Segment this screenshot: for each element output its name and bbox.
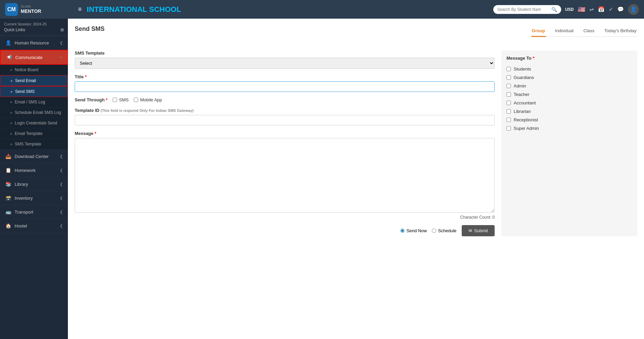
- sidebar-item-label: Transport: [15, 210, 56, 215]
- sidebar-item-communicate[interactable]: 📢 Communicate ∨: [0, 50, 68, 65]
- message-textarea[interactable]: [75, 138, 495, 213]
- logo-class: CLASS: [21, 5, 41, 8]
- check-icon[interactable]: ✓: [609, 6, 613, 13]
- template-id-label: Template ID (This field is reqiured Only…: [75, 108, 495, 113]
- checkbox-teacher[interactable]: [507, 92, 511, 97]
- char-count: Character Count: 0: [75, 215, 495, 220]
- tabs-col: Group Individual Class Today's Birthday: [531, 25, 637, 44]
- chevron-icon: ❮: [60, 41, 63, 45]
- sidebar-subitem-email-sms-log[interactable]: » Email / SMS Log: [0, 97, 68, 107]
- send-now-option[interactable]: Send Now: [400, 228, 427, 233]
- required-marker-msg-to: *: [533, 56, 534, 61]
- list-item-receptionist: Receptionist: [507, 116, 632, 124]
- title-input[interactable]: [75, 81, 495, 92]
- checkbox-students[interactable]: [507, 67, 511, 71]
- checkbox-super-admin[interactable]: [507, 126, 511, 131]
- arrow-icon: »: [11, 79, 13, 83]
- sidebar-subitem-send-sms[interactable]: » Send SMS: [0, 86, 68, 97]
- sidebar-subitem-email-template[interactable]: » Email Template: [0, 128, 68, 139]
- bottom-row: Send Now Schedule ✉ Submit: [75, 225, 495, 236]
- mobile-app-checkbox-label[interactable]: Mobile App: [134, 97, 162, 102]
- recipient-label: Admin: [514, 83, 526, 88]
- template-id-input[interactable]: [75, 115, 495, 125]
- sidebar-item-hostel[interactable]: 🏠 Hostel ❮: [0, 219, 68, 233]
- sms-checkbox-label[interactable]: SMS: [113, 97, 129, 102]
- currency-badge: USD: [565, 7, 574, 12]
- transport-icon: 🚌: [5, 209, 11, 215]
- send-through-label: Send Through *: [75, 97, 108, 102]
- arrow-icon: »: [10, 121, 12, 125]
- chevron-icon: ❮: [60, 168, 63, 173]
- checkbox-receptionist[interactable]: [507, 118, 511, 122]
- sidebar-item-library[interactable]: 📚 Library ❮: [0, 177, 68, 191]
- download-center-icon: 📥: [5, 154, 11, 159]
- checkbox-librarian[interactable]: [507, 109, 511, 114]
- sidebar-subitem-sms-template[interactable]: » SMS Template: [0, 139, 68, 149]
- checkbox-accountant[interactable]: [507, 101, 511, 105]
- submit-icon: ✉: [468, 228, 472, 233]
- search-box: 🔍: [493, 5, 561, 14]
- session-text: Current Session: 2024-25: [4, 22, 64, 26]
- logo-letters: CM: [7, 6, 16, 13]
- list-item-students: Students: [507, 65, 632, 73]
- sidebar-item-label: Download Center: [15, 154, 56, 159]
- sidebar-item-label: Hostel: [15, 223, 56, 228]
- avatar[interactable]: 👤: [628, 4, 639, 15]
- hamburger-button[interactable]: ≡: [78, 6, 82, 13]
- sms-checkbox[interactable]: [113, 98, 117, 102]
- schedule-option[interactable]: Schedule: [432, 228, 456, 233]
- sidebar-subitem-send-email[interactable]: » Send Email: [0, 75, 68, 86]
- sms-template-label: SMS Template: [75, 51, 495, 56]
- mobile-app-checkbox[interactable]: [134, 98, 138, 102]
- arrow-icon: »: [10, 132, 12, 136]
- checkbox-admin[interactable]: [507, 84, 511, 88]
- logo-area: CM CLASS MENTOR: [5, 3, 73, 16]
- communicate-icon: 📢: [6, 55, 12, 60]
- search-icon[interactable]: 🔍: [551, 7, 557, 12]
- tab-individual[interactable]: Individual: [554, 25, 574, 37]
- sidebar-subitem-login-credentials-send[interactable]: » Login Credentials Send: [0, 118, 68, 128]
- checkbox-guardians[interactable]: [507, 75, 511, 80]
- transfer-icon[interactable]: ⇌: [589, 6, 594, 13]
- sidebar-item-label: Human Resource: [15, 40, 56, 45]
- whatsapp-icon[interactable]: 💬: [617, 6, 624, 13]
- sms-template-select[interactable]: Select: [75, 58, 495, 69]
- sidebar-item-download-center[interactable]: 📥 Download Center ❮: [0, 149, 68, 163]
- calendar-icon[interactable]: 📅: [598, 6, 605, 13]
- recipient-label: Accountant: [514, 100, 536, 105]
- search-input[interactable]: [497, 7, 549, 12]
- tab-group[interactable]: Group: [531, 25, 546, 37]
- sidebar-subitem-notice-board[interactable]: » Notice Board: [0, 65, 68, 75]
- required-marker: *: [85, 74, 87, 79]
- schedule-radio[interactable]: [432, 228, 436, 233]
- message-label: Message *: [75, 131, 495, 136]
- logo-text: CLASS MENTOR: [21, 5, 41, 14]
- chevron-icon: ❮: [60, 210, 63, 214]
- send-through-row: Send Through * SMS Mobile App: [75, 97, 495, 102]
- top-header: CM CLASS MENTOR ≡ INTERNATIONAL SCHOOL 🔍…: [0, 0, 644, 19]
- submit-button[interactable]: ✉ Submit: [462, 225, 495, 236]
- tab-class[interactable]: Class: [583, 25, 595, 37]
- title-label: Title *: [75, 74, 495, 79]
- quick-links[interactable]: Quick Links ⊞: [4, 27, 64, 32]
- main-layout: Current Session: 2024-25 Quick Links ⊞ 👤…: [0, 19, 644, 339]
- arrow-icon: »: [10, 142, 12, 146]
- title-col: Send SMS: [75, 25, 105, 39]
- message-to-list: Students Guardians Admin Teacher: [507, 65, 632, 133]
- form-group-template-id: Template ID (This field is reqiured Only…: [75, 108, 495, 125]
- sidebar-item-label: Communicate: [15, 55, 56, 60]
- tab-todays-birthday[interactable]: Today's Birthday: [604, 25, 637, 37]
- message-to-title: Message To *: [507, 56, 632, 61]
- sidebar-item-human-resource[interactable]: 👤 Human Resource ❮: [0, 36, 68, 50]
- sidebar-item-inventory[interactable]: 🗃️ Inventory ❮: [0, 191, 68, 205]
- form-group-title: Title *: [75, 74, 495, 92]
- arrow-icon: »: [10, 111, 12, 115]
- sidebar-item-transport[interactable]: 🚌 Transport ❮: [0, 205, 68, 219]
- left-col: SMS Template Select Title *: [75, 51, 495, 236]
- list-item-accountant: Accountant: [507, 99, 632, 107]
- sidebar-item-homework[interactable]: 📋 Homework ❮: [0, 163, 68, 177]
- two-col: SMS Template Select Title *: [75, 51, 637, 236]
- submit-label: Submit: [474, 228, 488, 233]
- sidebar-subitem-schedule-email-sms-log[interactable]: » Schedule Email SMS Log: [0, 107, 68, 118]
- send-now-radio[interactable]: [400, 228, 405, 233]
